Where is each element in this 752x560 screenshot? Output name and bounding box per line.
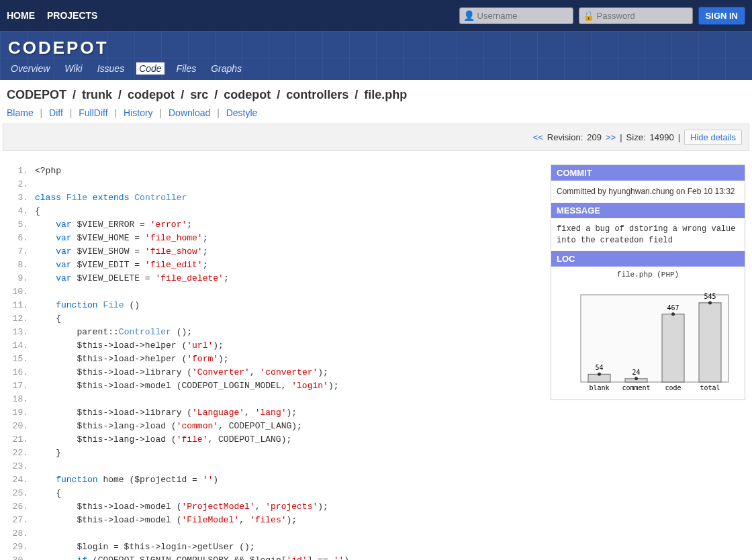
line-number: 18 [7,393,35,406]
rev-label: Revision: [547,132,583,142]
banner-nav: Overview Wiki Issues Code Files Graphs [8,62,744,75]
topbar-left: HOME PROJECTS [7,10,97,21]
tab-overview[interactable]: Overview [8,62,52,75]
line-number: 13 [7,326,35,339]
line-number: 19 [7,406,35,420]
username-input[interactable] [459,7,573,24]
code-content [35,393,537,406]
rev-next[interactable]: >> [606,132,616,142]
code-line: 11 function File () [7,299,537,312]
tab-graphs[interactable]: Graphs [208,62,244,75]
action-blame[interactable]: Blame [7,107,34,118]
code-content: $login = $this->login->getUser (); [35,541,537,554]
code-line: 22 } [7,447,537,460]
nav-home[interactable]: HOME [7,10,35,21]
action-sep: | [40,107,43,118]
topbar-right: 👤 🔒 SIGN IN [459,7,745,25]
code-content: class File extends Controller [35,191,537,205]
line-number: 22 [7,447,35,460]
code-line: 26 $this->load->model ('ProjectModel', '… [7,500,537,514]
size-label: Size: [626,132,646,142]
action-sep: | [159,107,162,118]
code-content: { [35,487,537,500]
tab-code[interactable]: Code [136,62,164,75]
code-line: 18 [7,393,537,406]
line-number: 6 [7,232,35,245]
svg-text:total: total [700,384,720,391]
infobar: << Revision: 209 >> | Size: 14990 | Hide… [3,124,749,151]
line-number: 30 [7,554,35,560]
svg-text:545: 545 [704,293,716,300]
code-line: 5 var $VIEW_ERROR = 'error'; [7,218,537,232]
breadcrumb-sep: / [181,88,184,101]
line-number: 28 [7,527,35,541]
code-line: 30 if (CODEPOT_SIGNIN_COMPULSORY && $log… [7,554,537,560]
action-sep: | [70,107,73,118]
action-fulldiff[interactable]: FullDiff [79,107,107,118]
actionbar: Blame | Diff | FullDiff | History | Down… [0,107,752,124]
code-content: if (CODEPOT_SIGNIN_COMPULSORY && $login[… [35,554,537,560]
code-line: 6 var $VIEW_HOME = 'file_home'; [7,232,537,245]
code-line: 9 var $VIEW_DELETE = 'file_delete'; [7,272,537,285]
code-content: $this->lang->load ('file', CODEPOT_LANG)… [35,433,537,447]
code-line: 2 [7,178,537,191]
code-line: 15 $this->load->helper ('form'); [7,353,537,366]
breadcrumb-p5[interactable]: controllers [286,88,348,101]
commit-panel: COMMIT Committed by hyunghwan.chung on F… [551,165,745,400]
breadcrumb-p2[interactable]: codepot [128,88,175,101]
breadcrumb-sep: / [118,88,122,101]
code-content [35,460,537,473]
line-number: 24 [7,473,35,487]
breadcrumb-p3[interactable]: src [190,88,208,101]
nav-projects[interactable]: PROJECTS [47,10,97,21]
tab-wiki[interactable]: Wiki [62,62,85,75]
code-line: 16 $this->load->library ('Converter', 'c… [7,366,537,379]
code-content: var $VIEW_HOME = 'file_home'; [35,232,537,245]
svg-text:blank: blank [589,384,609,391]
code-line: 14 $this->load->helper ('url'); [7,339,537,353]
code-area: 1<?php23class File extends Controller 4{… [7,165,537,560]
loc-header: LOC [551,251,745,267]
code-content: { [35,205,537,218]
action-history[interactable]: History [124,107,153,118]
action-destyle[interactable]: Destyle [226,107,258,118]
code-line: 8 var $VIEW_EDIT = 'file_edit'; [7,259,537,272]
topbar: HOME PROJECTS 👤 🔒 SIGN IN [0,0,752,31]
svg-text:24: 24 [632,369,640,376]
signin-button[interactable]: SIGN IN [698,7,745,25]
code-line: 13 parent::Controller (); [7,326,537,339]
main: 1<?php23class File extends Controller 4{… [0,151,752,560]
code-line: 25 { [7,487,537,500]
code-line: 27 $this->load->model ('FileModel', 'fil… [7,514,537,527]
breadcrumb-p6[interactable]: file.php [364,88,407,101]
code-content: var $VIEW_DELETE = 'file_delete'; [35,272,537,285]
banner: CODEPOT Overview Wiki Issues Code Files … [0,31,752,80]
user-icon: 👤 [463,10,475,21]
code-content: $this->load->helper ('url'); [35,339,537,353]
line-number: 10 [7,285,35,299]
code-content: var $VIEW_EDIT = 'file_edit'; [35,259,537,272]
line-number: 20 [7,420,35,433]
action-sep: | [114,107,117,118]
line-number: 26 [7,500,35,514]
password-input[interactable] [579,7,693,24]
hide-details-button[interactable]: Hide details [684,130,742,145]
svg-point-15 [708,301,712,305]
code-line: 24 function home ($projectid = '') [7,473,537,487]
action-download[interactable]: Download [169,107,210,118]
code-line: 21 $this->lang->load ('file', CODEPOT_LA… [7,433,537,447]
line-number: 29 [7,541,35,554]
svg-text:54: 54 [595,365,603,372]
breadcrumb: CODEPOT / trunk / codepot / src / codepo… [0,80,752,107]
rev-prev[interactable]: << [533,132,543,142]
tab-files[interactable]: Files [174,62,199,75]
action-diff[interactable]: Diff [49,107,63,118]
size-value: 14990 [650,132,674,142]
breadcrumb-root[interactable]: CODEPOT [7,88,66,101]
tab-issues[interactable]: Issues [95,62,127,75]
code-content: $this->load->model (CODEPOT_LOGIN_MODEL,… [35,379,537,393]
breadcrumb-p4[interactable]: codepot [224,88,271,101]
breadcrumb-p1[interactable]: trunk [82,88,112,101]
line-number: 17 [7,379,35,393]
code-content: var $VIEW_ERROR = 'error'; [35,218,537,232]
